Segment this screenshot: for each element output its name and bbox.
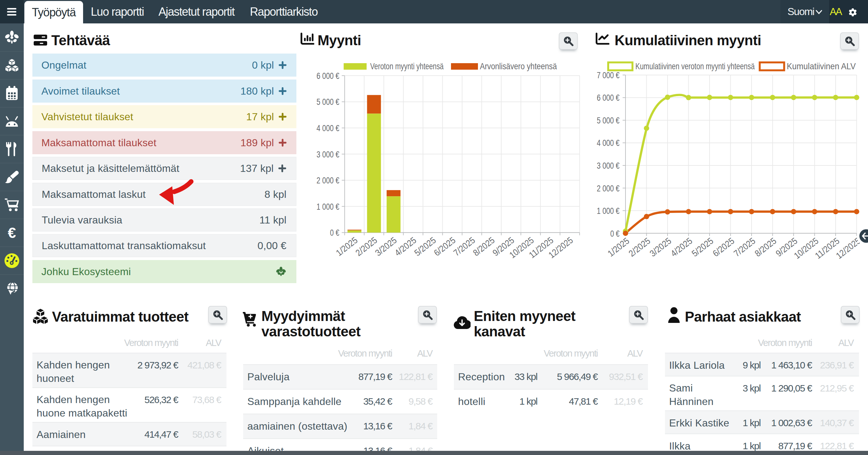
svg-text:Kumulatiivinen veroton myynti: Kumulatiivinen veroton myynti yhteensä: [636, 61, 755, 71]
svg-text:4 000 €: 4 000 €: [597, 138, 619, 148]
svg-text:3 000 €: 3 000 €: [597, 161, 619, 171]
svg-text:6/2025: 6/2025: [711, 236, 736, 258]
svg-text:4/2025: 4/2025: [393, 235, 418, 258]
svg-text:6 000 €: 6 000 €: [597, 93, 619, 103]
svg-text:7/2025: 7/2025: [732, 236, 757, 258]
svg-text:Arvonlisävero yhteensä: Arvonlisävero yhteensä: [480, 61, 557, 71]
svg-text:3/2025: 3/2025: [373, 235, 399, 258]
svg-text:7 000 €: 7 000 €: [597, 70, 619, 80]
svg-text:4/2025: 4/2025: [669, 236, 694, 258]
svg-text:2/2025: 2/2025: [627, 236, 652, 258]
svg-text:0 €: 0 €: [330, 228, 339, 237]
svg-text:5 000 €: 5 000 €: [597, 116, 619, 125]
svg-text:Kumulatiivinen ALV: Kumulatiivinen ALV: [787, 61, 856, 71]
svg-text:1 000 €: 1 000 €: [317, 202, 339, 212]
svg-text:Veroton myynti yhteensä: Veroton myynti yhteensä: [370, 61, 444, 71]
svg-text:4 000 €: 4 000 €: [317, 123, 339, 133]
svg-text:8/2025: 8/2025: [753, 236, 778, 258]
svg-text:1 000 €: 1 000 €: [597, 206, 619, 216]
svg-text:5 000 €: 5 000 €: [317, 97, 339, 107]
svg-text:0 €: 0 €: [610, 229, 619, 238]
svg-text:1/2025: 1/2025: [606, 236, 631, 258]
svg-text:3 000 €: 3 000 €: [317, 150, 339, 159]
svg-text:5/2025: 5/2025: [412, 235, 438, 258]
svg-text:6/2025: 6/2025: [432, 235, 457, 258]
svg-text:5/2025: 5/2025: [690, 236, 715, 258]
svg-text:2 000 €: 2 000 €: [317, 175, 339, 185]
svg-text:7/2025: 7/2025: [452, 235, 477, 258]
svg-text:1/2025: 1/2025: [334, 235, 360, 258]
svg-text:3/2025: 3/2025: [648, 236, 673, 258]
svg-text:2 000 €: 2 000 €: [597, 184, 619, 193]
svg-text:6 000 €: 6 000 €: [317, 71, 339, 81]
svg-text:8/2025: 8/2025: [471, 235, 497, 258]
svg-text:2/2025: 2/2025: [354, 235, 379, 258]
